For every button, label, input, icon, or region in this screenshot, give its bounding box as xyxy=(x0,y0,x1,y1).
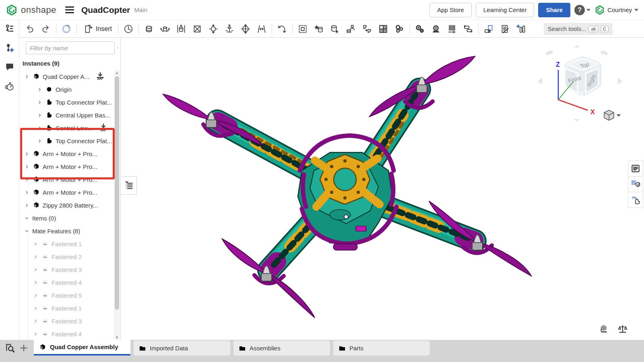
chevron-icon[interactable] xyxy=(36,138,43,144)
redo-icon[interactable] xyxy=(38,22,54,36)
tree-row[interactable]: Fastened 1 xyxy=(19,237,120,250)
app-store-button[interactable]: App Store xyxy=(429,3,472,17)
chevron-icon[interactable] xyxy=(32,331,39,337)
appearance-part-icon[interactable] xyxy=(628,192,643,208)
undo-icon[interactable] xyxy=(22,22,38,36)
share-button[interactable]: Share xyxy=(538,3,570,17)
chevron-icon[interactable] xyxy=(32,266,39,273)
chevron-icon[interactable] xyxy=(23,176,30,183)
3d-viewport[interactable]: Top Front Right Z X xyxy=(121,38,644,340)
tree-row[interactable]: Central Upper Bas... xyxy=(19,109,120,121)
scroll-thumb[interactable] xyxy=(115,76,119,310)
tree-row[interactable]: Arm + Motor + Pro... xyxy=(19,186,120,199)
tree-flyout-toggle[interactable] xyxy=(122,176,137,195)
filter-input[interactable] xyxy=(26,41,115,54)
tree-row[interactable]: Fastened 1 xyxy=(19,302,120,315)
search-tools-box[interactable]: Search tools... alt C xyxy=(544,23,613,35)
tree-row[interactable]: Arm + Motor + Pro... xyxy=(19,173,120,186)
user-menu[interactable]: Courtney xyxy=(594,5,638,15)
mate-connector-clock-icon[interactable] xyxy=(120,22,136,36)
pin-slot-mate-icon[interactable] xyxy=(237,22,254,36)
mass-properties-icon[interactable] xyxy=(617,324,628,334)
tree-row[interactable]: Fastened 5 xyxy=(19,289,120,302)
tree-row[interactable]: Zippy 2800 Battery... xyxy=(19,199,120,212)
gear-relation-icon[interactable] xyxy=(412,22,428,36)
slider-mate-icon[interactable] xyxy=(173,22,189,36)
chevron-icon[interactable] xyxy=(36,99,43,105)
fastened-mate-icon[interactable] xyxy=(141,22,157,36)
tree-row[interactable]: Origin xyxy=(19,83,120,96)
tree-row[interactable]: Arm + Motor + Pro... xyxy=(19,160,120,173)
spring-icon[interactable] xyxy=(444,22,460,36)
search-tabs-button[interactable] xyxy=(3,341,17,355)
person-part-icon[interactable] xyxy=(343,22,359,36)
tree-scrollbar[interactable]: ▲ ▼ xyxy=(114,70,120,340)
cylindrical-mate-icon[interactable] xyxy=(221,22,237,36)
chevron-icon[interactable] xyxy=(36,125,43,131)
tree-row[interactable]: Items (0) xyxy=(19,212,120,224)
parallel-mate-icon[interactable] xyxy=(254,22,270,36)
toggle-structure-panel-button[interactable] xyxy=(0,20,19,38)
main-menu-icon[interactable] xyxy=(65,5,74,15)
comment-icon[interactable] xyxy=(3,60,17,74)
tree-row[interactable]: Fastened 4 xyxy=(19,276,120,289)
chevron-icon[interactable] xyxy=(36,112,43,118)
help-icon[interactable]: ? xyxy=(574,5,585,15)
tree-row[interactable]: Central Low... xyxy=(19,121,120,134)
history-icon[interactable] xyxy=(3,80,17,93)
replicate-parts-icon[interactable] xyxy=(359,22,375,36)
chevron-icon[interactable] xyxy=(32,318,39,324)
tree-row[interactable]: Fastened 3 xyxy=(19,315,120,327)
chevron-icon[interactable] xyxy=(32,279,39,286)
versions-icon[interactable] xyxy=(3,41,17,55)
scroll-down-arrow[interactable]: ▼ xyxy=(114,335,120,340)
bom-document-icon[interactable] xyxy=(497,22,513,36)
chevron-icon[interactable] xyxy=(32,241,39,247)
configuration-cube-icon[interactable] xyxy=(628,176,643,192)
document-tab[interactable]: Assemblies xyxy=(233,341,330,356)
tape-measure-icon[interactable] xyxy=(599,324,609,334)
sync-icon[interactable] xyxy=(58,22,74,36)
chevron-icon[interactable] xyxy=(23,163,30,170)
chevron-icon[interactable] xyxy=(23,189,30,195)
tree-row[interactable]: Quad Copper A... xyxy=(19,70,120,83)
tree-row[interactable]: Fastened 3 xyxy=(19,263,120,276)
rack-relation-icon[interactable] xyxy=(428,22,444,36)
tree-row[interactable]: Top Connector Plat... xyxy=(19,96,120,109)
chevron-icon[interactable] xyxy=(32,305,39,311)
part-cursor-icon[interactable] xyxy=(327,22,343,36)
document-tab[interactable]: Quad Copper Assembly xyxy=(34,340,130,356)
group-selection-icon[interactable] xyxy=(295,22,311,36)
document-tab[interactable]: Parts xyxy=(333,341,430,356)
tree-row[interactable]: Arm + Motor + Pro... xyxy=(19,147,120,160)
star-part-icon[interactable] xyxy=(311,22,327,36)
filter-icon[interactable] xyxy=(23,43,23,52)
chevron-icon[interactable] xyxy=(23,228,30,234)
workspace-name[interactable]: Main xyxy=(134,6,147,13)
insert-button[interactable]: Insert xyxy=(79,22,116,36)
feature-list-panel-icon[interactable] xyxy=(628,160,643,177)
add-column-icon[interactable] xyxy=(513,22,529,36)
chevron-icon[interactable] xyxy=(23,202,30,208)
belt-relation-icon[interactable] xyxy=(460,22,476,36)
revolute-mate-icon[interactable] xyxy=(157,22,173,36)
tree-row[interactable]: Fastened 4 xyxy=(19,327,120,340)
view-mode-cube-icon[interactable] xyxy=(604,110,621,120)
ball-mate-icon[interactable] xyxy=(205,22,221,36)
tangent-mate-icon[interactable] xyxy=(274,22,290,36)
add-tab-button[interactable] xyxy=(17,341,31,355)
learning-center-button[interactable]: Learning Center xyxy=(476,3,535,17)
chevron-icon[interactable] xyxy=(23,215,30,221)
chevron-icon[interactable] xyxy=(23,73,30,80)
list-options-icon[interactable] xyxy=(117,43,118,52)
chevron-icon[interactable] xyxy=(32,292,39,298)
exploded-parts-icon[interactable] xyxy=(391,22,407,36)
planar-mate-icon[interactable] xyxy=(189,22,205,36)
document-tab[interactable]: Imported Data xyxy=(134,341,230,356)
tree-row[interactable]: Fastened 2 xyxy=(19,250,120,263)
tree-row[interactable]: Mate Features (8) xyxy=(19,224,120,237)
named-views-grid-icon[interactable] xyxy=(375,22,391,36)
chevron-icon[interactable] xyxy=(23,150,30,157)
chevron-icon[interactable] xyxy=(36,86,43,93)
view-cube[interactable]: Top Front Right Z X xyxy=(533,42,626,126)
